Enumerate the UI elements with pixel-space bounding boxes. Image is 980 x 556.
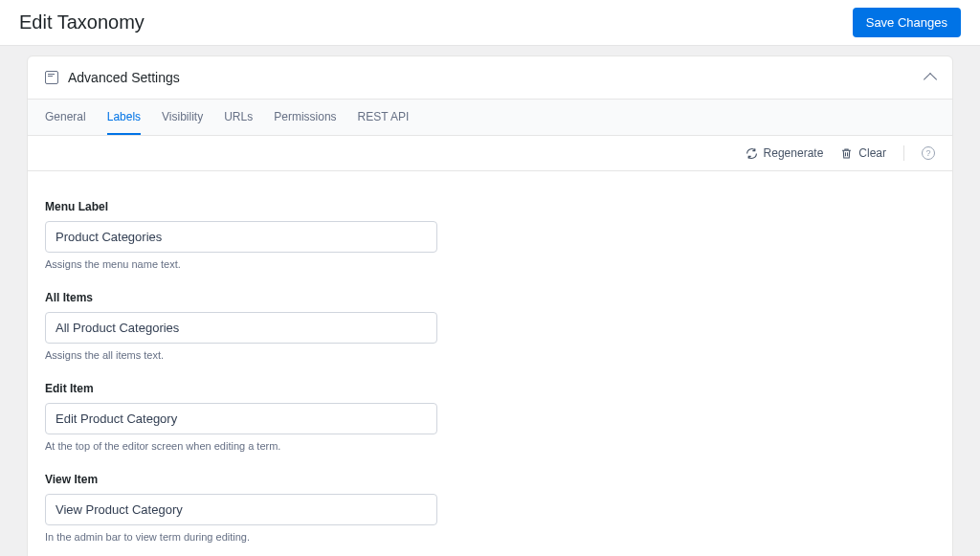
tabs-container: General Labels Visibility URLs Permissio… bbox=[28, 100, 952, 136]
field-label: All Items bbox=[45, 291, 437, 304]
page-title: Edit Taxonomy bbox=[19, 11, 145, 33]
tab-general[interactable]: General bbox=[45, 100, 86, 135]
chevron-up-icon[interactable] bbox=[924, 73, 937, 86]
help-icon[interactable]: ? bbox=[922, 146, 935, 160]
view-item-input[interactable] bbox=[45, 494, 437, 525]
clear-label: Clear bbox=[858, 146, 886, 160]
tab-restapi[interactable]: REST API bbox=[358, 100, 410, 135]
field-description: Assigns the all items text. bbox=[45, 349, 437, 361]
field-label: View Item bbox=[45, 473, 437, 486]
field-description: In the admin bar to view term during edi… bbox=[45, 531, 437, 543]
tab-labels[interactable]: Labels bbox=[107, 100, 141, 135]
main-container: Advanced Settings General Labels Visibil… bbox=[0, 46, 980, 556]
field-label: Menu Label bbox=[45, 200, 437, 213]
refresh-icon bbox=[746, 147, 758, 160]
regenerate-button[interactable]: Regenerate bbox=[746, 146, 824, 160]
field-label: Edit Item bbox=[45, 382, 437, 395]
tab-permissions[interactable]: Permissions bbox=[274, 100, 336, 135]
save-changes-button[interactable]: Save Changes bbox=[853, 8, 961, 37]
trash-icon bbox=[840, 147, 853, 160]
all-items-input[interactable] bbox=[45, 312, 437, 344]
advanced-settings-panel: Advanced Settings General Labels Visibil… bbox=[27, 56, 953, 556]
panel-header: Advanced Settings bbox=[28, 56, 952, 100]
panel-header-left: Advanced Settings bbox=[45, 70, 180, 85]
edit-item-input[interactable] bbox=[45, 403, 437, 434]
regenerate-label: Regenerate bbox=[764, 146, 824, 160]
field-all-items: All Items Assigns the all items text. bbox=[45, 291, 437, 361]
toolbar: Regenerate Clear ? bbox=[28, 136, 952, 171]
tab-visibility[interactable]: Visibility bbox=[162, 100, 203, 135]
menu-label-input[interactable] bbox=[45, 221, 437, 253]
clear-button[interactable]: Clear bbox=[840, 146, 886, 160]
field-view-item: View Item In the admin bar to view term … bbox=[45, 473, 437, 543]
field-menu-label: Menu Label Assigns the menu name text. bbox=[45, 200, 437, 270]
field-description: At the top of the editor screen when edi… bbox=[45, 440, 437, 452]
form-content: Menu Label Assigns the menu name text. A… bbox=[28, 171, 952, 556]
field-description: Assigns the menu name text. bbox=[45, 258, 437, 270]
panel-title: Advanced Settings bbox=[68, 70, 180, 85]
tab-urls[interactable]: URLs bbox=[224, 100, 253, 135]
toolbar-divider bbox=[903, 145, 904, 161]
settings-icon bbox=[45, 71, 58, 84]
field-edit-item: Edit Item At the top of the editor scree… bbox=[45, 382, 437, 452]
page-header: Edit Taxonomy Save Changes bbox=[0, 0, 980, 46]
